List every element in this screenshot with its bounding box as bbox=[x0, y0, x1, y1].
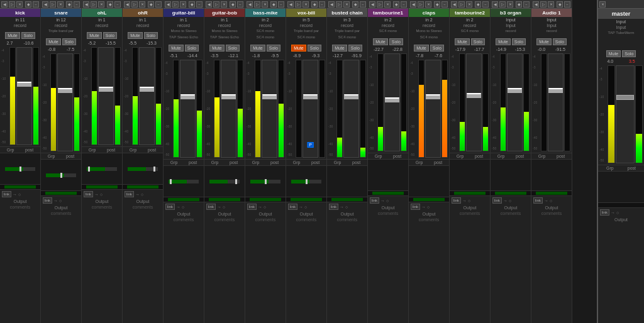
comments-label-guitar-bob[interactable]: comments bbox=[204, 217, 245, 222]
master-fx[interactable]: TAP TubeWarm bbox=[598, 30, 644, 36]
master-output-label[interactable]: Output bbox=[598, 217, 644, 222]
output-label-b3organ[interactable]: Output bbox=[491, 205, 531, 211]
post-btn-b3organ[interactable]: post bbox=[514, 154, 525, 158]
output-label-guitar-bob[interactable]: Output bbox=[204, 211, 245, 217]
grp-btn-tambourine1[interactable]: Grp bbox=[374, 154, 384, 158]
channel-pin-btn[interactable]: ◆ bbox=[25, 1, 31, 8]
fader-handle-claps[interactable] bbox=[426, 94, 440, 99]
channel-play-btn[interactable]: ▷ bbox=[254, 1, 260, 8]
channel-play-btn[interactable]: ▷ bbox=[50, 1, 56, 8]
solo-btn-b3organ[interactable]: Solo bbox=[512, 38, 526, 45]
channel-close-btn[interactable]: ✕ bbox=[548, 1, 554, 8]
channel-play-btn[interactable]: ▷ bbox=[499, 1, 506, 8]
fader-handle-vox-bill[interactable] bbox=[303, 94, 318, 99]
solo-btn-tambourine1[interactable]: Solo bbox=[389, 38, 403, 45]
fader-track-vox-bill[interactable]: P bbox=[303, 60, 318, 158]
output-label-audio1[interactable]: Output bbox=[531, 205, 572, 211]
grp-btn-bass-mike[interactable]: Grp bbox=[251, 160, 261, 165]
comments-label-kick[interactable]: comments bbox=[0, 204, 40, 210]
channel-prev-btn[interactable]: ◀ bbox=[42, 1, 48, 8]
channel-minimize-btn[interactable]: − bbox=[523, 1, 530, 8]
mute-btn-tambourine1[interactable]: Mute bbox=[373, 38, 388, 45]
channel-play-btn[interactable]: ▷ bbox=[377, 1, 383, 8]
solo-btn-ohl[interactable]: Solo bbox=[103, 32, 117, 39]
channel-fx1-claps[interactable]: Mono to Stereo bbox=[409, 28, 449, 35]
post-btn-audio1[interactable]: post bbox=[555, 154, 566, 158]
fader-track-tambourine2[interactable] bbox=[466, 53, 482, 151]
channel-play-btn[interactable]: ▷ bbox=[418, 1, 424, 8]
channel-fx1-vox-bill[interactable]: Triple band par bbox=[286, 28, 326, 35]
grp-btn-claps[interactable]: Grp bbox=[414, 160, 425, 165]
channel-play-btn[interactable]: ▷ bbox=[295, 1, 301, 8]
solo-btn-ohr[interactable]: Solo bbox=[144, 32, 158, 39]
channel-play-btn[interactable]: ▷ bbox=[9, 1, 15, 8]
channel-fx1-tambourine2[interactable]: SC4 mono bbox=[450, 28, 490, 35]
post-btn-tambourine2[interactable]: post bbox=[474, 154, 484, 158]
channel-minimize-btn[interactable]: − bbox=[360, 1, 366, 8]
link-btn-tambourine2[interactable]: link bbox=[452, 197, 461, 204]
channel-prev-btn[interactable]: ◀ bbox=[124, 1, 130, 8]
post-btn-vox-bill[interactable]: post bbox=[310, 160, 321, 165]
channel-close-btn[interactable]: ✕ bbox=[343, 1, 350, 8]
channel-prev-btn[interactable]: ◀ bbox=[206, 1, 212, 8]
channel-fx1-audio1[interactable]: record bbox=[531, 28, 572, 35]
fader-handle-tambourine2[interactable] bbox=[467, 93, 481, 98]
fader-handle-ohl[interactable] bbox=[99, 87, 113, 92]
fader-track-b3organ[interactable] bbox=[507, 53, 523, 151]
channel-play-btn[interactable]: ▷ bbox=[540, 1, 547, 8]
fader-handle-snare[interactable] bbox=[58, 88, 72, 93]
post-btn-snare[interactable]: post bbox=[65, 154, 75, 158]
comments-label-vox-bill[interactable]: comments bbox=[286, 217, 326, 222]
master-fader-track[interactable] bbox=[616, 65, 635, 163]
channel-fx2-claps[interactable]: SC4 mono bbox=[409, 35, 449, 41]
channel-pin-btn[interactable]: ◆ bbox=[311, 1, 318, 8]
solo-btn-bass-mike[interactable]: Solo bbox=[267, 45, 280, 52]
output-label-kick[interactable]: Output bbox=[0, 199, 40, 204]
channel-minimize-btn[interactable]: − bbox=[33, 1, 39, 8]
comments-label-audio1[interactable]: comments bbox=[531, 211, 572, 216]
channel-prev-btn[interactable]: ◀ bbox=[451, 1, 457, 8]
fader-track-tambourine1[interactable] bbox=[384, 53, 400, 151]
channel-pin-btn[interactable]: ◆ bbox=[148, 1, 154, 8]
channel-close-btn[interactable]: ✕ bbox=[221, 1, 227, 8]
mute-btn-snare[interactable]: Mute bbox=[46, 38, 61, 45]
grp-btn-guitar-bob[interactable]: Grp bbox=[210, 160, 220, 165]
solo-btn-tambourine2[interactable]: Solo bbox=[471, 38, 485, 45]
output-label-ohr[interactable]: Output bbox=[123, 199, 163, 204]
channel-pin-btn[interactable]: ◆ bbox=[516, 1, 522, 8]
channel-prev-btn[interactable]: ◀ bbox=[83, 1, 89, 8]
channel-play-btn[interactable]: ▷ bbox=[213, 1, 219, 8]
comments-label-tambourine1[interactable]: comments bbox=[368, 211, 408, 216]
channel-fx2-busted-chain[interactable]: SC4 mono bbox=[327, 35, 367, 41]
master-mute-btn[interactable]: Mute bbox=[606, 50, 621, 57]
channel-close-btn[interactable]: ✕ bbox=[425, 1, 431, 8]
channel-prev-btn[interactable]: ◀ bbox=[369, 1, 375, 8]
post-btn-bass-mike[interactable]: post bbox=[269, 160, 280, 165]
output-label-claps[interactable]: Output bbox=[409, 211, 449, 217]
mute-btn-b3organ[interactable]: Mute bbox=[496, 38, 511, 45]
channel-minimize-btn[interactable]: − bbox=[482, 1, 489, 8]
channel-fx1-tambourine1[interactable]: SC4 mono bbox=[368, 28, 408, 35]
channel-minimize-btn[interactable]: − bbox=[278, 1, 284, 8]
channel-prev-btn[interactable]: ◀ bbox=[328, 1, 335, 8]
channel-minimize-btn[interactable]: − bbox=[441, 1, 448, 8]
grp-btn-busted-chain[interactable]: Grp bbox=[333, 160, 343, 165]
channel-minimize-btn[interactable]: − bbox=[196, 1, 203, 8]
channel-close-btn[interactable]: ✕ bbox=[384, 1, 391, 8]
link-btn-snare[interactable]: link bbox=[43, 197, 52, 204]
channel-prev-btn[interactable]: ◀ bbox=[533, 1, 539, 8]
grp-btn-snare[interactable]: Grp bbox=[47, 154, 57, 158]
output-label-tambourine1[interactable]: Output bbox=[368, 205, 408, 211]
fader-handle-audio1[interactable] bbox=[548, 88, 563, 93]
link-btn-guitar-bob[interactable]: link bbox=[206, 204, 216, 210]
master-solo-btn[interactable]: Solo bbox=[622, 50, 636, 57]
mute-btn-audio1[interactable]: Mute bbox=[536, 38, 552, 45]
channel-pin-btn[interactable]: ◆ bbox=[557, 1, 563, 8]
channel-close-btn[interactable]: ✕ bbox=[507, 1, 513, 8]
solo-btn-kick[interactable]: Solo bbox=[21, 32, 35, 39]
fader-handle-busted-chain[interactable] bbox=[344, 94, 358, 99]
comments-label-b3organ[interactable]: comments bbox=[491, 211, 531, 216]
channel-close-btn[interactable]: ✕ bbox=[180, 1, 186, 8]
channel-play-btn[interactable]: ▷ bbox=[91, 1, 97, 8]
fader-track-snare[interactable] bbox=[57, 53, 73, 151]
